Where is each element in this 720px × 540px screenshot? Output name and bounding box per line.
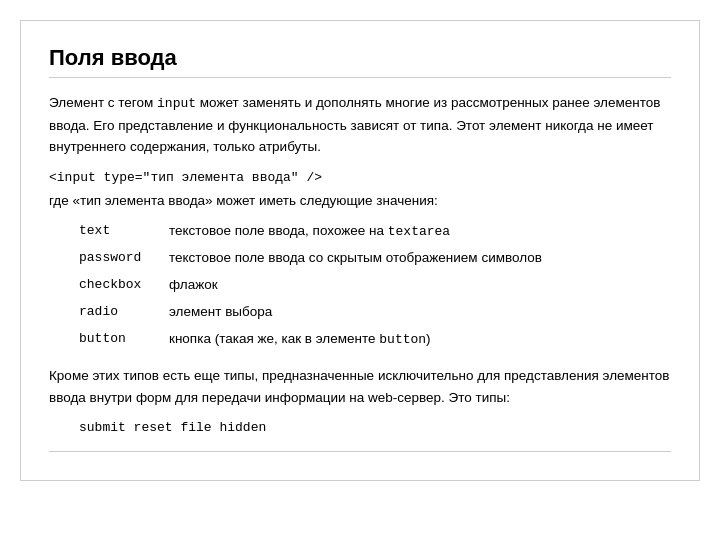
type-table: text текстовое поле ввода, похожее на te… (79, 218, 548, 353)
table-row: button кнопка (такая же, как в элементе … (79, 326, 548, 353)
bottom-divider (49, 451, 671, 452)
page-title: Поля ввода (49, 45, 671, 78)
table-row: radio элемент выбора (79, 299, 548, 326)
where-paragraph: где «тип элемента ввода» может иметь сле… (49, 193, 671, 208)
table-row: password текстовое поле ввода со скрытым… (79, 245, 548, 272)
type-name-button: button (79, 326, 169, 353)
button-code: button (379, 332, 426, 347)
textarea-code: textarea (388, 224, 450, 239)
table-row: checkbox флажок (79, 272, 548, 299)
type-name-text: text (79, 218, 169, 245)
input-syntax-code: <input type="тип элемента ввода" /> (49, 170, 671, 185)
type-desc-radio: элемент выбора (169, 299, 548, 326)
type-desc-text: текстовое поле ввода, похожее на textare… (169, 218, 548, 245)
intro-inline-code: input (157, 96, 196, 111)
type-desc-button: кнопка (такая же, как в элементе button) (169, 326, 548, 353)
bottom-code: submit reset file hidden (79, 420, 671, 435)
type-desc-password: текстовое поле ввода со скрытым отображе… (169, 245, 548, 272)
bottom-paragraph: Кроме этих типов есть еще типы, предназн… (49, 365, 671, 408)
intro-paragraph: Элемент с тегом input может заменять и д… (49, 92, 671, 158)
type-desc-checkbox: флажок (169, 272, 548, 299)
type-name-checkbox: checkbox (79, 272, 169, 299)
table-row: text текстовое поле ввода, похожее на te… (79, 218, 548, 245)
main-container: Поля ввода Элемент с тегом input может з… (20, 20, 700, 481)
type-name-password: password (79, 245, 169, 272)
intro-text-before: Элемент с тегом (49, 95, 157, 110)
type-name-radio: radio (79, 299, 169, 326)
